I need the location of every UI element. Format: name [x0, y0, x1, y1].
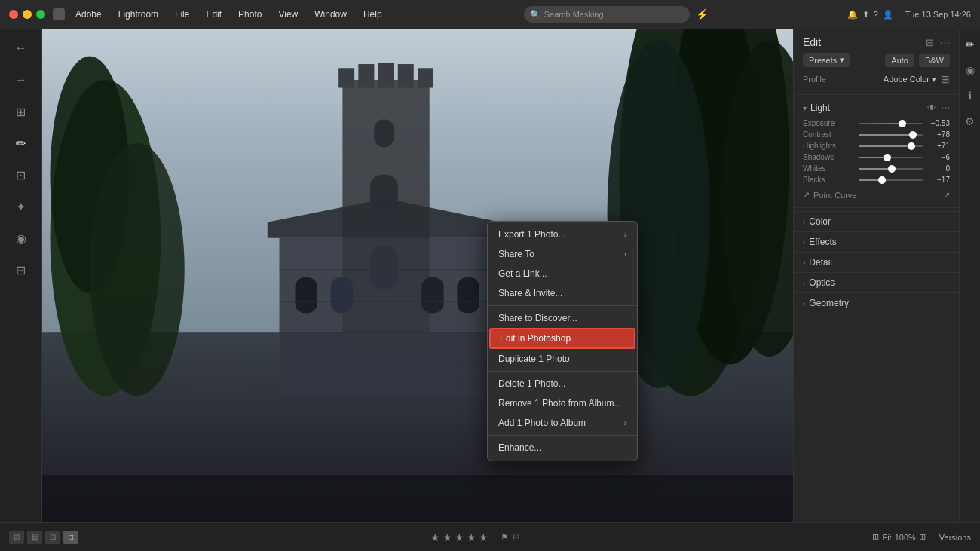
optics-section-header[interactable]: › Optics: [794, 273, 959, 292]
ctx-remove-album[interactable]: Remove 1 Photo from Album...: [488, 393, 637, 413]
panel-tool-icons: ✏ ◉ ℹ ⚙: [959, 29, 980, 522]
sidebar-edit-icon[interactable]: ✏: [8, 130, 35, 157]
color-section-header[interactable]: › Color: [794, 212, 959, 231]
light-section-right: 👁 ⋯: [927, 103, 950, 113]
svg-rect-14: [418, 68, 433, 87]
ctx-enhance[interactable]: Enhance...: [488, 438, 637, 458]
menu-edit[interactable]: Edit: [203, 8, 225, 21]
view-icons: ⊞ ▤ ⊟ □: [9, 531, 78, 544]
info-tool-icon[interactable]: ℹ: [966, 87, 974, 104]
fit-icon[interactable]: ⊞: [872, 532, 879, 542]
notification-icon[interactable]: 🔔: [847, 10, 858, 20]
upload-icon[interactable]: ⬆: [862, 10, 869, 20]
whites-track[interactable]: [859, 168, 923, 170]
ctx-duplicate[interactable]: Duplicate 1 Photo: [488, 349, 637, 369]
minimize-button[interactable]: [23, 10, 32, 19]
ctx-delete[interactable]: Delete 1 Photo...: [488, 374, 637, 393]
settings-tool-icon[interactable]: ⚙: [963, 113, 977, 130]
grid-view-icon[interactable]: ⊞: [9, 531, 24, 544]
ctx-export[interactable]: Export 1 Photo... ›: [488, 225, 637, 244]
shadows-value: −6: [927, 153, 950, 161]
filter-icon[interactable]: ⚡: [696, 8, 709, 20]
photo-background: Export 1 Photo... › Share To › Get a Lin…: [42, 29, 793, 522]
search-masking-bar[interactable]: 🔍 Search Masking: [524, 6, 690, 23]
blacks-thumb[interactable]: [878, 176, 886, 184]
highlights-thumb[interactable]: [908, 142, 915, 150]
menu-window[interactable]: Window: [311, 8, 350, 21]
light-eye-icon[interactable]: 👁: [927, 103, 936, 113]
sidebar-compare-icon[interactable]: ⊟: [8, 256, 35, 283]
menu-file[interactable]: File: [172, 8, 192, 21]
point-curve-label: Point Curve: [813, 191, 856, 200]
contrast-track[interactable]: [859, 134, 923, 136]
unflag-icon[interactable]: ⚐: [512, 532, 520, 543]
fullscreen-button[interactable]: [36, 10, 45, 19]
exposure-track[interactable]: [859, 123, 923, 124]
edit-tool-icon[interactable]: ✏: [963, 36, 977, 53]
light-section-header[interactable]: ▾ Light 👁 ⋯: [794, 98, 959, 118]
whites-thumb[interactable]: [888, 165, 896, 173]
star-3[interactable]: ★: [455, 531, 464, 543]
exposure-thumb[interactable]: [899, 120, 906, 127]
help-icon[interactable]: ?: [874, 10, 878, 20]
menu-view[interactable]: View: [275, 8, 301, 21]
blacks-track[interactable]: [859, 179, 923, 181]
exposure-label: Exposure: [803, 119, 854, 127]
geometry-section-header[interactable]: › Geometry: [794, 293, 959, 313]
close-button[interactable]: [9, 10, 18, 19]
compare-icon[interactable]: ⊟: [45, 531, 60, 544]
shadows-track[interactable]: [859, 157, 923, 158]
menu-photo[interactable]: Photo: [235, 8, 265, 21]
auto-button[interactable]: Auto: [885, 54, 914, 67]
flag-icon[interactable]: ⚑: [501, 532, 509, 543]
titlebar-right: 🔔 ⬆ ? 👤 Tue 13 Sep 14:26: [847, 10, 971, 20]
presets-button[interactable]: Presets ▾: [803, 53, 850, 67]
menu-help[interactable]: Help: [360, 8, 385, 21]
ctx-edit-photoshop[interactable]: Edit in Photoshop: [489, 328, 635, 349]
ctx-add-album[interactable]: Add 1 Photo to Album ›: [488, 413, 637, 433]
blacks-value: −17: [927, 176, 950, 184]
detail-section-left: › Detail: [803, 257, 832, 268]
sidebar-healing-icon[interactable]: ✦: [8, 193, 35, 220]
presets-label: Presets: [809, 56, 837, 65]
contrast-thumb[interactable]: [909, 131, 917, 139]
sidebar-back-icon[interactable]: ←: [8, 35, 35, 62]
sidebar-grid-icon[interactable]: ⊞: [8, 98, 35, 125]
effects-section-header[interactable]: › Effects: [794, 232, 959, 252]
traffic-lights: [9, 10, 45, 19]
profile-grid-icon[interactable]: ⊞: [941, 73, 950, 85]
sidebar-crop-icon[interactable]: ⊡: [8, 161, 35, 188]
highlights-track[interactable]: [859, 145, 923, 147]
ctx-share-invite[interactable]: Share & Invite...: [488, 283, 637, 303]
sidebar-mask-icon[interactable]: ◉: [8, 225, 35, 252]
profile-value[interactable]: Adobe Color ▾: [884, 75, 936, 84]
point-curve-row[interactable]: ↗ Point Curve ↗: [794, 185, 959, 204]
whites-label: Whites: [803, 164, 854, 173]
filmstrip-icon[interactable]: ▤: [27, 531, 42, 544]
masking-tool-icon[interactable]: ◉: [963, 62, 977, 78]
versions-label[interactable]: Versions: [939, 533, 971, 542]
ctx-share-to[interactable]: Share To ›: [488, 244, 637, 264]
star-2[interactable]: ★: [443, 531, 452, 543]
effects-section-left: › Effects: [803, 237, 837, 247]
ctx-get-link[interactable]: Get a Link...: [488, 264, 637, 283]
star-5[interactable]: ★: [479, 531, 488, 543]
account-icon[interactable]: 👤: [883, 10, 893, 20]
bw-button[interactable]: B&W: [919, 54, 950, 67]
detail-section-header[interactable]: › Detail: [794, 253, 959, 272]
loupe-icon[interactable]: □: [63, 531, 78, 544]
shadows-thumb[interactable]: [884, 154, 891, 161]
menu-adobe[interactable]: Adobe: [72, 8, 105, 21]
star-1[interactable]: ★: [430, 531, 440, 543]
zoom-icon[interactable]: ⊞: [919, 532, 926, 542]
panel-sliders-icon[interactable]: ⊟: [926, 37, 934, 48]
menu-bar: Adobe Lightroom File Edit Photo View Win…: [72, 8, 385, 21]
menu-lightroom[interactable]: Lightroom: [115, 8, 161, 21]
star-4[interactable]: ★: [467, 531, 476, 543]
star-rating[interactable]: ★ ★ ★ ★ ★: [430, 531, 488, 543]
sidebar-forward-icon[interactable]: →: [8, 66, 35, 93]
ctx-share-discover[interactable]: Share to Discover...: [488, 308, 637, 328]
panel-options-icon[interactable]: ⋯: [940, 37, 950, 48]
optics-section-left: › Optics: [803, 277, 835, 288]
light-options-icon[interactable]: ⋯: [941, 103, 950, 113]
